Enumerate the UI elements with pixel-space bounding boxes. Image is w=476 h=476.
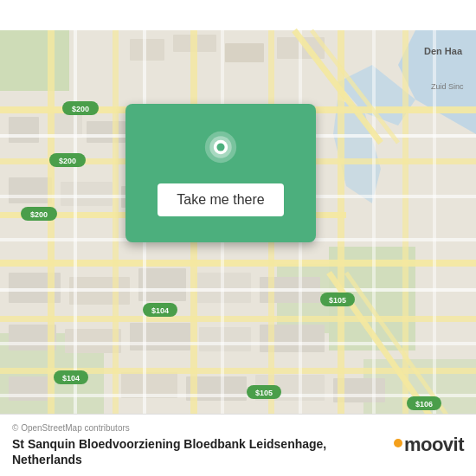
map-container: $200 $200 $200 $104 $104 $105 $105 $106 … — [0, 0, 476, 476]
svg-rect-23 — [130, 323, 190, 351]
bottom-left-content: © OpenStreetMap contributors St Sanquin … — [12, 423, 380, 467]
svg-text:$200: $200 — [30, 210, 48, 219]
svg-text:$104: $104 — [151, 306, 169, 315]
moovit-logo: moovit — [394, 434, 464, 456]
svg-text:Zuid Sinc: Zuid Sinc — [431, 82, 464, 91]
svg-rect-47 — [0, 288, 476, 292]
svg-rect-24 — [199, 327, 251, 351]
svg-rect-8 — [225, 43, 264, 62]
svg-rect-12 — [87, 121, 125, 143]
svg-text:$105: $105 — [329, 296, 346, 305]
location-name: St Sanquin Bloedvoorziening Bloedbank Le… — [12, 436, 380, 467]
svg-rect-48 — [0, 342, 476, 345]
svg-text:Den Haa: Den Haa — [424, 46, 463, 56]
svg-rect-6 — [130, 39, 164, 61]
svg-rect-49 — [0, 394, 476, 397]
svg-text:$104: $104 — [62, 374, 80, 383]
moovit-logo-text: moovit — [404, 434, 464, 456]
svg-rect-55 — [433, 30, 436, 446]
svg-rect-13 — [9, 177, 52, 203]
svg-text:$106: $106 — [415, 400, 433, 408]
svg-text:$200: $200 — [59, 157, 76, 165]
location-pin-icon — [199, 130, 242, 173]
svg-rect-10 — [9, 117, 39, 143]
copyright-text: © OpenStreetMap contributors — [12, 423, 380, 433]
svg-point-81 — [216, 143, 224, 151]
svg-text:$200: $200 — [72, 105, 89, 113]
bottom-bar: © OpenStreetMap contributors St Sanquin … — [0, 414, 476, 476]
svg-rect-54 — [372, 30, 376, 446]
moovit-logo-dot — [394, 439, 402, 447]
svg-rect-3 — [0, 30, 69, 91]
take-me-there-button[interactable]: Take me there — [158, 183, 283, 216]
svg-rect-14 — [61, 182, 113, 206]
svg-text:$105: $105 — [255, 389, 273, 397]
popup-card[interactable]: Take me there — [125, 104, 316, 242]
